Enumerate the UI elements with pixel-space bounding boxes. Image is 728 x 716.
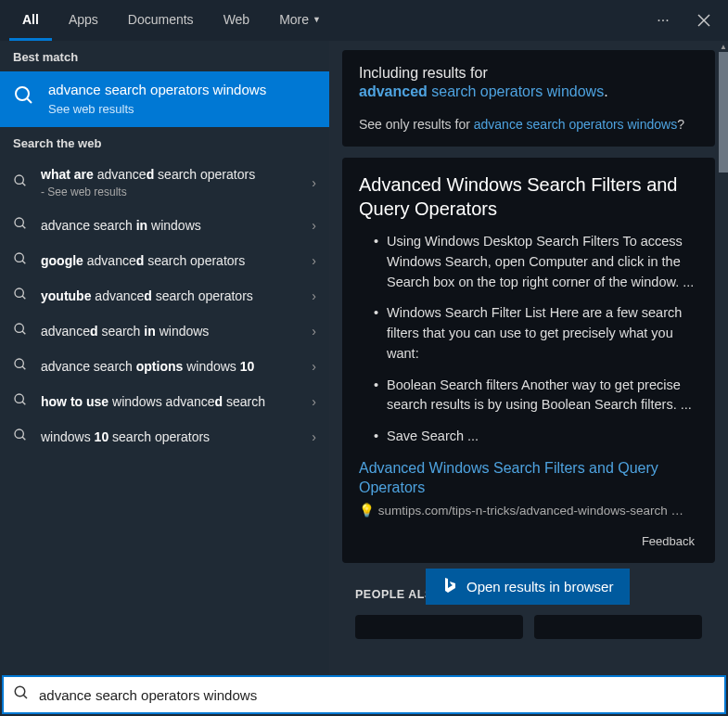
feedback-link[interactable]: Feedback xyxy=(359,534,695,548)
search-suggestion[interactable]: advanced search in windows› xyxy=(0,313,329,349)
svg-line-9 xyxy=(22,261,25,263)
search-bar xyxy=(2,675,726,714)
suggestion-label: youtube advanced search operators xyxy=(41,288,304,305)
suggestion-label: windows 10 search operators xyxy=(41,428,304,446)
header-bar: All Apps Documents Web More ▼ ··· xyxy=(0,0,728,41)
suggestion-label: what are advanced search operators- See … xyxy=(41,166,304,199)
result-title: Advanced Windows Search Filters and Quer… xyxy=(359,173,698,221)
suggestion-label: google advanced search operators xyxy=(41,252,304,270)
svg-point-4 xyxy=(15,175,23,184)
result-link[interactable]: Advanced Windows Search Filters and Quer… xyxy=(359,458,698,498)
suggestion-label: advance search in windows xyxy=(41,217,304,235)
open-in-browser-button[interactable]: Open results in browser xyxy=(426,569,630,605)
search-icon xyxy=(13,428,28,446)
search-icon xyxy=(13,251,28,270)
search-web-header: Search the web xyxy=(0,127,329,158)
corrected-query-link[interactable]: advanced search operators windows xyxy=(359,83,604,99)
best-match-title: advance search operators windows xyxy=(48,81,266,99)
svg-line-21 xyxy=(23,695,27,698)
svg-line-19 xyxy=(22,437,25,440)
result-card: Advanced Windows Search Filters and Quer… xyxy=(342,158,715,563)
svg-point-12 xyxy=(15,324,23,332)
result-bullet: Save Search ... xyxy=(374,427,698,447)
left-panel: Best match advance search operators wind… xyxy=(0,41,329,675)
scrollbar-thumb[interactable] xyxy=(719,52,728,173)
including-results-label: Including results for xyxy=(359,65,698,82)
search-suggestion[interactable]: advance search in windows› xyxy=(0,208,329,243)
result-bullet: Windows Search Filter List Here are a fe… xyxy=(374,303,698,364)
svg-point-6 xyxy=(15,218,23,226)
result-bullet: Boolean Search filters Another way to ge… xyxy=(374,376,698,416)
suggestion-label: advanced search in windows xyxy=(41,323,304,340)
best-match-subtitle: See web results xyxy=(48,102,266,116)
tabs: All Apps Documents Web More ▼ xyxy=(9,0,334,41)
svg-point-16 xyxy=(15,394,23,403)
chevron-right-icon: › xyxy=(312,288,316,303)
svg-point-10 xyxy=(15,288,23,297)
svg-point-18 xyxy=(15,429,23,438)
tab-apps[interactable]: Apps xyxy=(56,0,111,41)
search-suggestion[interactable]: google advanced search operators› xyxy=(0,243,329,278)
search-icon xyxy=(13,84,35,110)
chevron-down-icon: ▼ xyxy=(313,15,321,24)
search-icon xyxy=(13,173,28,192)
tab-documents[interactable]: Documents xyxy=(115,0,207,41)
open-in-browser-label: Open results in browser xyxy=(466,579,613,595)
chevron-right-icon: › xyxy=(312,218,316,233)
search-icon xyxy=(13,392,28,411)
spelling-card: Including results for advanced search op… xyxy=(342,50,715,147)
svg-line-15 xyxy=(22,366,25,369)
svg-point-2 xyxy=(16,87,29,100)
svg-line-11 xyxy=(22,296,25,299)
search-suggestion[interactable]: what are advanced search operators- See … xyxy=(0,158,329,208)
only-results-label: See only results for xyxy=(359,117,474,132)
search-suggestion[interactable]: how to use windows advanced search› xyxy=(0,384,329,419)
bing-icon xyxy=(442,577,457,596)
svg-point-14 xyxy=(15,359,23,367)
svg-line-7 xyxy=(22,225,25,228)
chevron-right-icon: › xyxy=(312,394,316,409)
result-url: 💡 sumtips.com/tips-n-tricks/advanced-win… xyxy=(359,503,698,518)
search-icon xyxy=(13,357,28,376)
svg-line-3 xyxy=(27,98,32,103)
suggestion-label: how to use windows advanced search xyxy=(41,393,304,411)
search-icon xyxy=(13,322,28,340)
search-icon xyxy=(13,216,28,235)
related-card[interactable] xyxy=(534,615,702,639)
search-suggestion[interactable]: youtube advanced search operators› xyxy=(0,278,329,313)
search-icon xyxy=(13,287,28,305)
best-match-item[interactable]: advance search operators windows See web… xyxy=(0,71,329,127)
suggestion-label: advance search options windows 10 xyxy=(41,358,304,376)
tab-more[interactable]: More ▼ xyxy=(266,0,334,41)
tab-all[interactable]: All xyxy=(9,0,52,41)
more-options-icon[interactable]: ··· xyxy=(648,6,678,35)
chevron-right-icon: › xyxy=(312,429,316,444)
search-input[interactable] xyxy=(39,687,724,703)
search-icon xyxy=(13,684,30,705)
search-suggestion[interactable]: advance search options windows 10› xyxy=(0,349,329,384)
tab-web[interactable]: Web xyxy=(211,0,263,41)
svg-line-5 xyxy=(22,183,25,185)
only-results-link[interactable]: advance search operators windows xyxy=(474,117,677,132)
svg-point-8 xyxy=(15,253,23,262)
tab-more-label: More xyxy=(279,12,309,27)
scroll-up-icon[interactable]: ▲ xyxy=(719,41,728,52)
result-bullet: Using Windows Desktop Search Filters To … xyxy=(374,232,698,292)
svg-line-13 xyxy=(22,331,25,334)
close-button[interactable] xyxy=(689,6,719,35)
chevron-right-icon: › xyxy=(312,324,316,339)
related-card[interactable] xyxy=(355,615,523,639)
best-match-header: Best match xyxy=(0,41,329,71)
right-panel: Including results for advanced search op… xyxy=(329,41,728,675)
svg-line-17 xyxy=(22,402,25,404)
svg-point-20 xyxy=(15,686,25,697)
chevron-right-icon: › xyxy=(312,175,316,190)
search-suggestion[interactable]: windows 10 search operators› xyxy=(0,419,329,454)
result-bullets: Using Windows Desktop Search Filters To … xyxy=(359,232,698,447)
chevron-right-icon: › xyxy=(312,253,316,268)
chevron-right-icon: › xyxy=(312,359,316,374)
